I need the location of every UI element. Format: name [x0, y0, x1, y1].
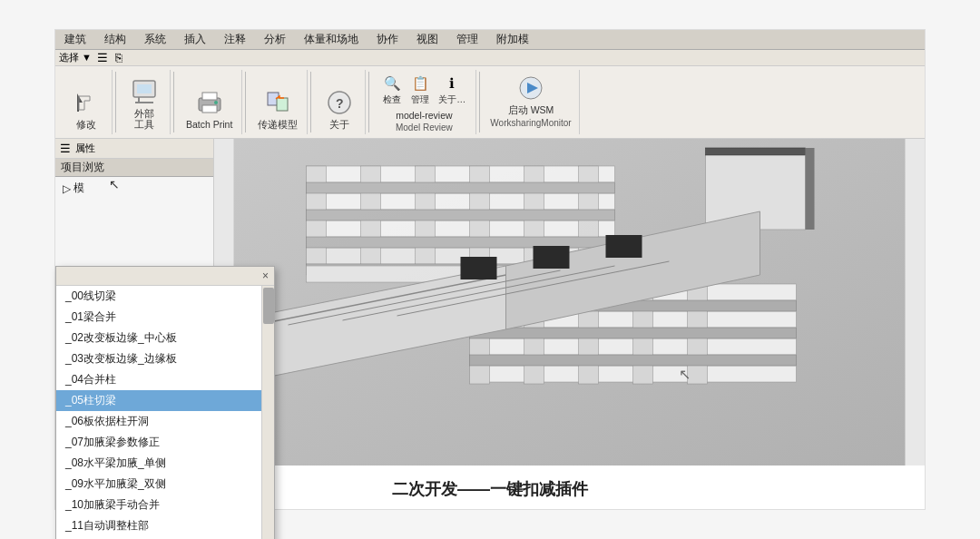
group-batch-print: Batch Print — [177, 70, 242, 134]
ribbon-tab-bar: 建筑 结构 系统 插入 注释 分析 体量和场地 协作 视图 管理 附加模 — [55, 30, 925, 50]
tab-分析[interactable]: 分析 — [255, 30, 295, 49]
tree-item-label: 模 — [74, 181, 84, 195]
tab-视图[interactable]: 视图 — [407, 30, 447, 49]
model-review-section-label: Model Review — [396, 122, 453, 132]
tab-协作[interactable]: 协作 — [368, 30, 407, 49]
svg-rect-23 — [307, 182, 615, 193]
transfer-btn[interactable]: 传递模型 — [254, 86, 301, 132]
group-transfer: 传递模型 — [249, 70, 308, 134]
tree-item-model[interactable]: ▷ 模 — [55, 181, 213, 196]
tab-注释[interactable]: 注释 — [215, 30, 255, 49]
svg-rect-51 — [606, 235, 642, 258]
dropdown-item-3[interactable]: _03改变板边缘_边缘板 — [56, 348, 274, 369]
transfer-label: 传递模型 — [258, 119, 298, 131]
ribbon: 建筑 结构 系统 插入 注释 分析 体量和场地 协作 视图 管理 附加模 选择 … — [55, 30, 925, 139]
dropdown-item-10[interactable]: _10加腋梁手动合并 — [56, 495, 274, 515]
tab-插入[interactable]: 插入 — [175, 30, 215, 49]
transfer-buttons: 传递模型 — [254, 72, 301, 132]
main-area: ☰ 属性 项目浏览 ▷ 模 × — [55, 139, 925, 466]
dropdown-item-5[interactable]: _05柱切梁 — [56, 390, 274, 411]
project-browser-label: 项目浏览 — [61, 162, 104, 172]
dropdown-menu: × _00线切梁 _01梁合并 _02改变板边缘_中心板 _03改变板边缘_边缘… — [55, 266, 275, 539]
external-tools-label: 外部工具 — [134, 108, 154, 131]
sidebar-menu-icon[interactable]: ☰ — [57, 141, 74, 156]
dropdown-scroll-thumb — [263, 288, 274, 324]
svg-point-5 — [214, 101, 218, 104]
modify-label: 修改 — [76, 119, 96, 131]
start-wsm-btn[interactable]: 启动 WSM — [505, 72, 558, 118]
help-label: 关于 — [329, 119, 349, 131]
svg-text:↖: ↖ — [679, 367, 691, 382]
about-label: 关于… — [438, 93, 466, 106]
tab-系统[interactable]: 系统 — [135, 30, 175, 49]
group-help: ? 关于 — [314, 70, 366, 134]
review-manage-btn[interactable]: 📋 管理 — [407, 72, 433, 108]
tab-附加模[interactable]: 附加模 — [487, 30, 538, 49]
ribbon-content: 修改 — [55, 66, 925, 138]
group-modify: 修改 — [61, 70, 113, 134]
worksharing-section-label: WorksharingMonitor — [490, 118, 571, 128]
check-label: 检查 — [383, 93, 401, 106]
ribbon-small-icon1[interactable]: ☰ — [95, 51, 110, 64]
model-review-label: model-review — [396, 108, 452, 122]
tab-体量和场地[interactable]: 体量和场地 — [295, 30, 368, 49]
review-about-btn[interactable]: ℹ 关于… — [436, 72, 468, 108]
svg-rect-3 — [202, 93, 217, 100]
properties-label: 属性 — [75, 142, 95, 155]
transfer-icon — [263, 88, 292, 117]
external-tools-icon — [130, 77, 159, 106]
svg-rect-14 — [307, 193, 615, 210]
tab-管理[interactable]: 管理 — [447, 30, 487, 49]
group-worksharing: 启动 WSM WorksharingMonitor — [483, 70, 579, 134]
batch-print-icon — [195, 88, 224, 117]
sidebar: ☰ 属性 项目浏览 ▷ 模 × — [55, 139, 214, 466]
svg-rect-7 — [277, 98, 288, 111]
review-check-btn[interactable]: 🔍 检查 — [379, 72, 405, 108]
divider6 — [479, 72, 480, 132]
tab-结构[interactable]: 结构 — [95, 30, 135, 49]
divider5 — [368, 72, 369, 132]
modify-buttons: 修改 — [66, 72, 106, 132]
modify-btn[interactable]: 修改 — [66, 86, 106, 132]
dropdown-item-4[interactable]: _04合并柱 — [56, 369, 274, 390]
dropdown-item-1[interactable]: _01梁合并 — [56, 307, 274, 328]
svg-rect-50 — [534, 246, 570, 269]
dropdown-header: × — [56, 267, 274, 286]
select-label: 选择 ▼ — [59, 51, 92, 64]
divider4 — [310, 72, 311, 132]
svg-rect-38 — [470, 328, 797, 338]
svg-rect-15 — [307, 220, 615, 237]
wsm-label: 启动 WSM — [508, 104, 554, 116]
svg-rect-24 — [307, 210, 615, 220]
tab-建筑[interactable]: 建筑 — [55, 30, 95, 49]
worksharing-buttons: 启动 WSM — [505, 72, 558, 118]
model-review-buttons: 🔍 检查 📋 管理 ℹ 关于… — [379, 72, 468, 108]
dropdown-item-8[interactable]: _08水平梁加腋_单侧 — [56, 453, 274, 474]
dropdown-item-9[interactable]: _09水平加腋梁_双侧 — [56, 474, 274, 495]
dropdown-close-btn[interactable]: × — [262, 270, 269, 282]
svg-rect-39 — [470, 355, 797, 366]
batch-print-btn[interactable]: Batch Print — [182, 86, 236, 132]
dropdown-item-11[interactable]: _11自动调整柱部 — [56, 515, 274, 536]
dropdown-scrollbar[interactable] — [261, 286, 274, 539]
sidebar-section-header: 项目浏览 — [55, 159, 213, 177]
svg-rect-4 — [202, 105, 217, 113]
help-icon: ? — [325, 88, 354, 117]
dropdown-item-6[interactable]: _06板依据柱开洞 — [56, 411, 274, 432]
batch-print-buttons: Batch Print — [182, 72, 236, 132]
manage-label: 管理 — [411, 93, 429, 106]
ribbon-select-row: 选择 ▼ ☰ ⎘ — [55, 50, 925, 66]
help-btn[interactable]: ? 关于 — [319, 86, 359, 132]
divider3 — [245, 72, 246, 132]
ribbon-small-icon2[interactable]: ⎘ — [113, 51, 124, 64]
dropdown-item-7[interactable]: _07加腋梁参数修正 — [56, 432, 274, 453]
manage-icon: 📋 — [410, 74, 430, 93]
about-icon: ℹ — [442, 74, 462, 93]
view-3d[interactable]: ↖ — [214, 139, 925, 466]
dropdown-item-0[interactable]: _00线切梁 — [56, 286, 274, 307]
external-tools-btn[interactable]: 外部工具 — [124, 75, 164, 132]
dropdown-item-2[interactable]: _02改变板边缘_中心板 — [56, 328, 274, 348]
svg-rect-49 — [461, 257, 497, 279]
svg-rect-1 — [137, 84, 152, 93]
svg-text:?: ? — [336, 96, 344, 111]
